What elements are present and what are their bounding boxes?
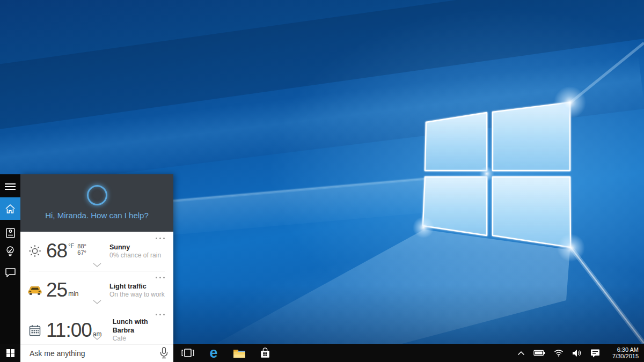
- feedback-icon: [5, 268, 16, 277]
- taskbar: e: [0, 344, 644, 362]
- action-center-button[interactable]: [589, 348, 601, 359]
- event-title: Lunch with Barbra: [113, 317, 169, 335]
- weather-card[interactable]: 68 °F 88° 67° Sunny 0% chance of rain: [20, 232, 173, 271]
- cortana-sidebar: [0, 174, 20, 344]
- calendar-card[interactable]: 11:00 am Lunch with Barbra Café: [20, 308, 173, 344]
- start-button[interactable]: [0, 344, 20, 362]
- weather-temp: 68: [46, 241, 67, 261]
- cortana-circle-icon[interactable]: [87, 185, 107, 205]
- weather-card-menu[interactable]: [155, 237, 166, 240]
- traffic-expand-chevron-icon[interactable]: [93, 297, 101, 306]
- windows-start-icon: [6, 349, 14, 357]
- task-view-icon: [181, 348, 194, 358]
- volume-icon: [572, 349, 582, 357]
- traffic-title: Light traffic: [109, 282, 165, 291]
- windows-store-button[interactable]: [258, 345, 272, 360]
- system-tray: 6:30 AM 7/30/2015: [516, 346, 639, 360]
- cortana-panel: Hi, Miranda. How can I help?: [20, 174, 173, 344]
- desktop-screen: Hi, Miranda. How can I help?: [0, 0, 644, 362]
- volume-button[interactable]: [571, 348, 583, 358]
- weather-high: 88°: [77, 243, 86, 249]
- file-explorer-button[interactable]: [232, 345, 246, 360]
- hidden-icons-chevron-icon: [517, 351, 525, 356]
- event-time: 11:00: [46, 321, 92, 340]
- cortana-home-button[interactable]: [0, 197, 20, 220]
- taskbar-clock[interactable]: 6:30 AM 7/30/2015: [609, 346, 639, 360]
- network-status-button[interactable]: [553, 348, 565, 358]
- weather-low: 67°: [77, 249, 86, 256]
- hidden-icons-button[interactable]: [516, 350, 526, 357]
- home-icon: [5, 204, 15, 213]
- wifi-icon: [554, 349, 564, 357]
- cortana-search-box: [20, 344, 173, 362]
- traffic-minutes: 25: [46, 280, 67, 300]
- microphone-button[interactable]: [160, 347, 168, 361]
- cortana-header: Hi, Miranda. How can I help?: [20, 174, 173, 232]
- reminders-lightbulb-icon: [6, 246, 14, 257]
- car-icon: [28, 285, 42, 295]
- weather-unit: °F: [68, 242, 74, 261]
- cortana-reminders-button[interactable]: [0, 242, 20, 261]
- traffic-subtitle: On the way to work: [109, 291, 165, 299]
- notebook-icon: [6, 228, 15, 238]
- weather-expand-chevron-icon[interactable]: [93, 260, 101, 269]
- action-center-icon: [590, 349, 600, 358]
- traffic-unit: min: [68, 290, 78, 298]
- wallpaper-light-beam: [0, 0, 644, 134]
- windows-store-icon: [259, 347, 271, 359]
- battery-icon: [533, 350, 545, 356]
- battery-status-button[interactable]: [532, 349, 546, 357]
- edge-browser-icon: e: [209, 346, 217, 360]
- weather-subtitle: 0% chance of rain: [109, 252, 161, 260]
- weather-title: Sunny: [109, 243, 161, 252]
- edge-browser-button[interactable]: e: [207, 345, 221, 360]
- event-location: Café: [113, 335, 169, 343]
- clock-date: 7/30/2015: [609, 353, 639, 360]
- traffic-card-menu[interactable]: [155, 276, 166, 279]
- cortana-feedback-button[interactable]: [0, 263, 20, 282]
- clock-time: 6:30 AM: [609, 346, 639, 353]
- search-input[interactable]: [30, 349, 153, 358]
- traffic-card[interactable]: 25 min Light traffic On the way to work: [20, 271, 173, 308]
- file-explorer-icon: [233, 348, 246, 358]
- cortana-cards-area: 68 °F 88° 67° Sunny 0% chance of rain: [20, 232, 173, 344]
- cortana-notebook-button[interactable]: [0, 224, 20, 242]
- cortana-greeting: Hi, Miranda. How can I help?: [20, 211, 173, 220]
- cortana-menu-button[interactable]: [0, 178, 20, 196]
- calendar-expand-chevron-icon[interactable]: [93, 333, 101, 342]
- sun-icon: [28, 245, 42, 257]
- microphone-icon: [160, 347, 168, 359]
- calendar-card-menu[interactable]: [155, 313, 166, 316]
- calendar-icon: [28, 324, 42, 336]
- hamburger-menu-icon: [5, 183, 16, 190]
- task-view-button[interactable]: [181, 345, 195, 360]
- wallpaper-light-beam: [0, 56, 644, 191]
